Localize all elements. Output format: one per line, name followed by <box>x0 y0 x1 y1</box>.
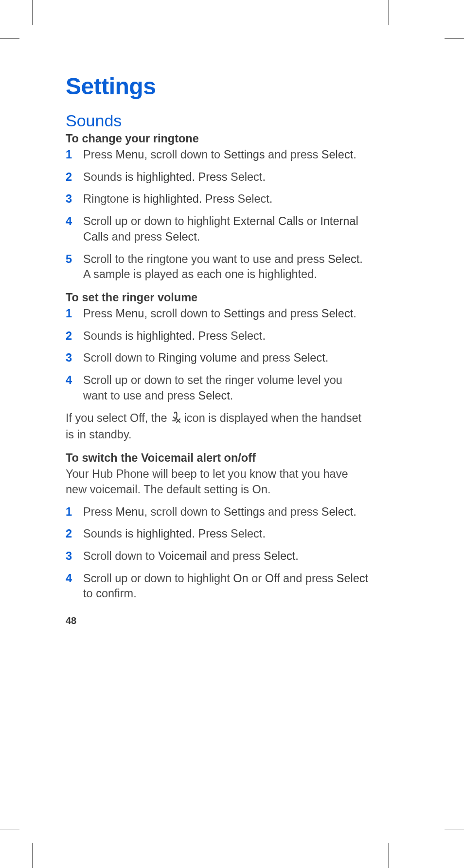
step-text: Scroll down to Ringing volume and press … <box>83 350 370 366</box>
page-number: 48 <box>66 615 76 626</box>
step-item: 4Scroll up or down to set the ringer vol… <box>66 373 370 403</box>
step-item: 3Scroll down to Ringing volume and press… <box>66 350 370 366</box>
step-text: Press Menu, scroll down to Settings and … <box>83 306 370 322</box>
step-text: Sounds is highlighted. Press Select. <box>83 170 370 185</box>
crop-mark <box>445 830 464 831</box>
crop-mark <box>0 830 19 831</box>
step-text: Scroll up or down to highlight On or Off… <box>83 571 370 602</box>
note-text: If you select Off, the icon is displayed… <box>66 411 370 443</box>
step-item: 2Sounds is highlighted. Press Select. <box>66 170 370 185</box>
step-number: 4 <box>66 214 83 229</box>
step-item: 4Scroll up or down to highlight External… <box>66 214 370 244</box>
step-text: Sounds is highlighted. Press Select. <box>83 329 370 344</box>
procedure-heading: To switch the Voicemail alert on/off <box>66 451 370 465</box>
step-number: 1 <box>66 306 83 322</box>
step-number: 3 <box>66 549 83 564</box>
step-text: Scroll up or down to set the ringer volu… <box>83 373 370 403</box>
step-item: 1Press Menu, scroll down to Settings and… <box>66 147 370 163</box>
content-body: To change your ringtone1Press Menu, scro… <box>66 132 370 602</box>
step-number: 2 <box>66 170 83 185</box>
crop-mark <box>0 38 19 39</box>
step-item: 1Press Menu, scroll down to Settings and… <box>66 306 370 322</box>
crop-mark <box>445 38 464 39</box>
step-text: Sounds is highlighted. Press Select. <box>83 526 370 542</box>
step-number: 5 <box>66 252 83 267</box>
step-item: 4Scroll up or down to highlight On or Of… <box>66 571 370 602</box>
step-number: 1 <box>66 504 83 520</box>
step-text: Ringtone is highlighted. Press Select. <box>83 191 370 207</box>
crop-mark <box>32 843 33 868</box>
step-number: 2 <box>66 526 83 542</box>
page-content: Settings Sounds To change your ringtone1… <box>66 73 370 608</box>
step-item: 3Ringtone is highlighted. Press Select. <box>66 191 370 207</box>
step-item: 2Sounds is highlighted. Press Select. <box>66 329 370 344</box>
page-title: Settings <box>66 73 370 100</box>
intro-text: Your Hub Phone will beep to let you know… <box>66 467 370 497</box>
crop-mark <box>32 0 33 25</box>
step-number: 4 <box>66 571 83 587</box>
ringer-off-icon <box>171 412 180 428</box>
section-title: Sounds <box>66 111 370 130</box>
step-item: 2Sounds is highlighted. Press Select. <box>66 526 370 542</box>
step-number: 3 <box>66 191 83 207</box>
step-text: Press Menu, scroll down to Settings and … <box>83 147 370 163</box>
step-text: Scroll up or down to highlight External … <box>83 214 370 244</box>
step-list: 1Press Menu, scroll down to Settings and… <box>66 147 370 282</box>
step-number: 2 <box>66 329 83 344</box>
step-text: Scroll to the ringtone you want to use a… <box>83 252 370 282</box>
step-number: 1 <box>66 147 83 163</box>
step-text: Scroll down to Voicemail and press Selec… <box>83 549 370 564</box>
step-number: 4 <box>66 373 83 388</box>
step-item: 3Scroll down to Voicemail and press Sele… <box>66 549 370 564</box>
step-item: 5Scroll to the ringtone you want to use … <box>66 252 370 282</box>
procedure-heading: To set the ringer volume <box>66 291 370 304</box>
procedure-heading: To change your ringtone <box>66 132 370 145</box>
step-list: 1Press Menu, scroll down to Settings and… <box>66 504 370 602</box>
step-number: 3 <box>66 350 83 366</box>
step-item: 1Press Menu, scroll down to Settings and… <box>66 504 370 520</box>
step-text: Press Menu, scroll down to Settings and … <box>83 504 370 520</box>
crop-mark <box>388 0 389 25</box>
step-list: 1Press Menu, scroll down to Settings and… <box>66 306 370 404</box>
crop-mark <box>388 843 389 868</box>
